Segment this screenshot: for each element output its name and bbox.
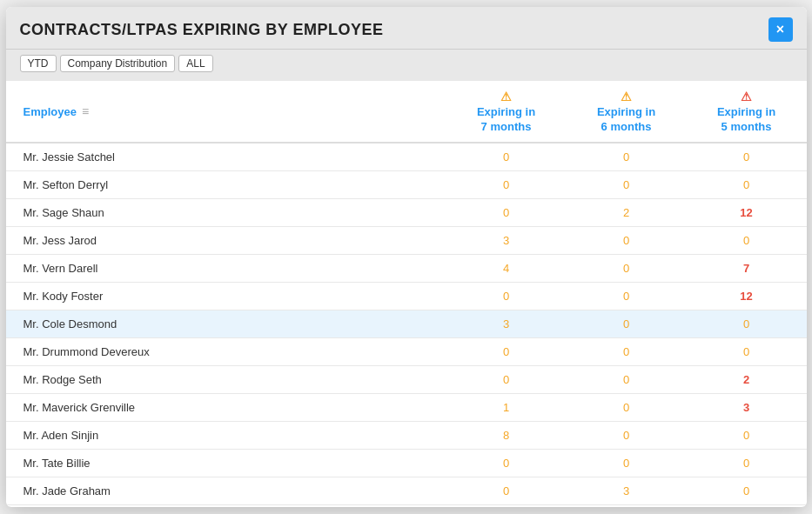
val-5m: 0 [687,143,807,171]
col-5months[interactable]: ⚠ Expiring in 5 months [687,81,807,143]
table-row: Mr. Rodge Seth002 [6,366,807,394]
filter-all[interactable]: ALL [178,55,212,72]
table-row: Mr. Vern Darell407 [6,255,807,283]
filter-company-distribution[interactable]: Company Distribution [60,55,176,72]
val-7m: 0 [446,450,567,477]
val-5m: 12 [687,283,807,310]
table-row: Mr. Jess Jarod300 [6,227,807,255]
val-6m: 0 [567,171,687,199]
employee-name: Mr. Vern Darell [6,255,446,283]
col-7m-line1: Expiring in [477,105,535,118]
employee-name: Mr. Sage Shaun [6,199,446,227]
contracts-table: Employee ≡ ⚠ Expiring in 7 months [6,81,807,507]
col-6m-line1: Expiring in [597,105,655,118]
val-6m: 0 [567,394,687,422]
val-7m: 0 [446,366,567,394]
val-7m: 0 [446,171,567,199]
val-5m: 12 [687,199,807,227]
val-7m: 8 [446,422,567,450]
table-row: Mr. Cole Desmond300 [6,310,807,338]
employee-name: Mr. Jade Graham [6,477,446,505]
val-7m: 0 [446,338,567,366]
col-7m-line2: 7 months [481,120,532,133]
employee-name: Mr. Aden Sinjin [6,422,446,450]
val-5m: 7 [687,255,807,283]
col-7months[interactable]: ⚠ Expiring in 7 months [446,81,567,143]
val-7m: 1 [446,394,567,422]
table-row: Mr. Harland Neely0217 [6,505,807,508]
employee-name: Mr. Kody Foster [6,283,446,310]
table-row: Mr. Drummond Devereux000 [6,338,807,366]
val-5m: 17 [687,505,807,508]
employee-name: Mr. Cole Desmond [6,310,446,338]
val-5m: 0 [687,227,807,255]
val-7m: 0 [446,143,567,171]
val-5m: 3 [687,394,807,422]
employee-name: Mr. Harland Neely [6,505,446,508]
table-container: Employee ≡ ⚠ Expiring in 7 months [6,81,807,507]
table-row: Mr. Sefton Derryl000 [6,171,807,199]
col-6m-line2: 6 months [601,120,652,133]
val-7m: 3 [446,227,567,255]
table-row: Mr. Aden Sinjin800 [6,422,807,450]
val-6m: 0 [567,255,687,283]
warn-6m-icon: ⚠ [621,90,632,103]
warn-5m-icon: ⚠ [741,90,752,103]
val-7m: 0 [446,505,567,508]
table-row: Mr. Jade Graham030 [6,477,807,505]
val-6m: 0 [567,450,687,477]
val-6m: 0 [567,310,687,338]
employee-name: Mr. Tate Billie [6,450,446,477]
val-7m: 0 [446,199,567,227]
val-5m: 2 [687,366,807,394]
val-7m: 0 [446,283,567,310]
val-6m: 0 [567,283,687,310]
employee-col-label: Employee [23,105,77,118]
col-5m-line2: 5 months [721,120,772,133]
table-row: Mr. Sage Shaun0212 [6,199,807,227]
employee-name: Mr. Jess Jarod [6,227,446,255]
val-6m: 0 [567,422,687,450]
close-button[interactable]: × [768,17,793,42]
val-6m: 2 [567,505,687,508]
val-7m: 0 [446,477,567,505]
val-7m: 3 [446,310,567,338]
modal: CONTRACTS/LTPAS EXPIRING BY EMPLOYEE × Y… [6,7,807,507]
table-row: Mr. Jessie Satchel000 [6,143,807,171]
col-5m-line1: Expiring in [717,105,775,118]
val-5m: 0 [687,450,807,477]
val-5m: 0 [687,171,807,199]
employee-name: Mr. Rodge Seth [6,366,446,394]
filter-ytd[interactable]: YTD [20,55,57,72]
employee-name: Mr. Drummond Devereux [6,338,446,366]
employee-name: Mr. Jessie Satchel [6,143,446,171]
warn-7m-icon: ⚠ [500,90,512,103]
val-5m: 0 [687,422,807,450]
filter-bar: YTD Company Distribution ALL [6,50,807,81]
val-6m: 3 [567,477,687,505]
table-body: Mr. Jessie Satchel000Mr. Sefton Derryl00… [6,143,807,507]
filter-icon[interactable]: ≡ [82,104,89,118]
table-row: Mr. Kody Foster0012 [6,283,807,310]
val-7m: 4 [446,255,567,283]
val-5m: 0 [687,310,807,338]
modal-title: CONTRACTS/LTPAS EXPIRING BY EMPLOYEE [20,21,384,39]
val-6m: 0 [567,366,687,394]
col-6months[interactable]: ⚠ Expiring in 6 months [567,81,687,143]
val-5m: 0 [687,338,807,366]
modal-header: CONTRACTS/LTPAS EXPIRING BY EMPLOYEE × [6,7,807,50]
table-row: Mr. Tate Billie000 [6,450,807,477]
val-5m: 0 [687,477,807,505]
table-row: Mr. Maverick Grenville103 [6,394,807,422]
val-6m: 0 [567,227,687,255]
val-6m: 0 [567,338,687,366]
val-6m: 0 [567,143,687,171]
col-employee[interactable]: Employee ≡ [6,81,446,143]
employee-name: Mr. Sefton Derryl [6,171,446,199]
employee-name: Mr. Maverick Grenville [6,394,446,422]
val-6m: 2 [567,199,687,227]
